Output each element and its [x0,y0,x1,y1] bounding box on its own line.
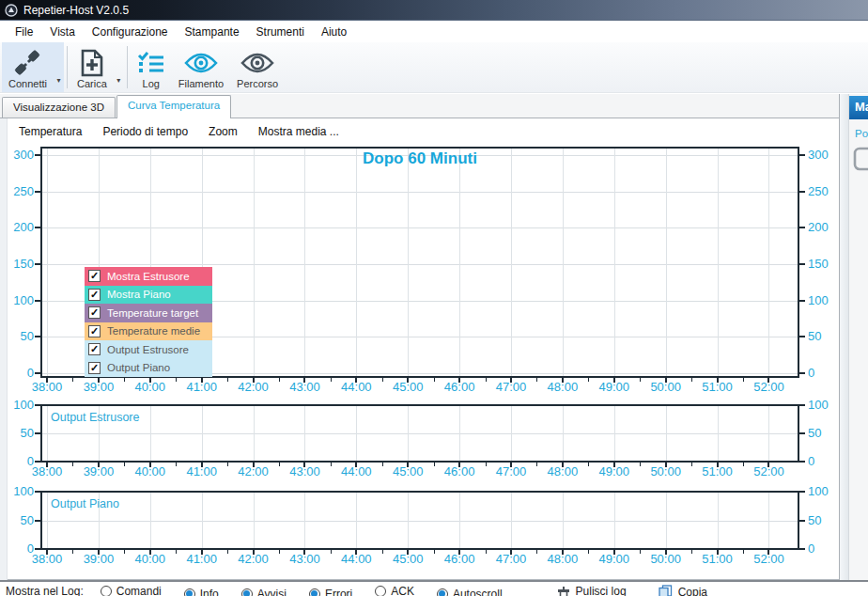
x-tick-label: 52:00 [746,380,791,394]
menu-file[interactable]: File [7,23,41,41]
x-tick-label: 51:00 [695,552,740,566]
axis-tick [799,336,805,337]
axis-minor-tick [743,378,744,382]
axis-tick [799,154,805,156]
log-toggle-button[interactable]: Log [131,42,172,92]
menu-configurazione[interactable]: Configurazione [84,23,177,41]
menu-aiuto[interactable]: Aiuto [313,23,355,41]
panel-splitter[interactable] [839,94,848,580]
axis-minor-tick [588,550,589,554]
show-filament-button[interactable]: Filamento [172,42,230,92]
plot-area[interactable] [40,404,799,463]
load-dropdown-arrow-icon[interactable]: ▾ [114,42,124,92]
radio-circle-icon[interactable] [184,588,195,596]
x-tick-label: 46:00 [437,380,482,394]
axis-minor-tick [486,378,487,382]
log-radio-errori[interactable]: Errori [309,588,352,596]
log-radio-ack[interactable]: ACK [375,585,414,596]
legend-row[interactable]: ✓Output Estrusore [85,340,212,359]
legend-checkbox[interactable]: ✓ [88,325,101,337]
axis-tick [303,550,305,555]
radio-circle-icon[interactable] [375,586,386,596]
axis-tick [303,463,305,467]
connect-dropdown-arrow-icon[interactable]: ▾ [54,42,64,92]
load-button[interactable]: Carica [70,42,114,92]
legend-row[interactable]: ✓Output Piano [85,359,212,378]
legend-checkbox[interactable]: ✓ [88,306,101,319]
y-tick-label: 250 [808,184,842,198]
panel-icon[interactable] [853,145,868,175]
axis-tick [46,463,48,467]
y-tick-label: 0 [808,366,842,380]
x-tick-label: 42:00 [231,552,276,566]
axis-minor-tick [176,378,177,382]
window-title: Repetier-Host V2.0.5 [23,4,129,17]
y-tick-label: 0 [808,541,842,556]
menu-strumenti[interactable]: Strumenti [248,23,313,41]
radio-circle-icon[interactable] [309,588,320,596]
x-tick-label: 47:00 [488,552,534,566]
legend-checkbox[interactable]: ✓ [88,270,101,282]
axis-tick [201,550,203,555]
radio-circle-icon[interactable] [101,586,112,596]
log-radio-comandi[interactable]: Comandi [101,585,162,596]
axis-tick [458,550,460,555]
radio-circle-icon[interactable] [241,588,253,596]
y-tick-label: 0 [808,454,842,468]
axis-tick [799,404,805,406]
axis-tick [407,378,409,383]
tab-strip: Visualizzazione 3D Curva Temperatura [0,94,839,118]
chart-menu-mostra-media[interactable]: Mostra media ... [248,123,349,140]
log-radio-info[interactable]: Info [184,588,219,596]
legend-checkbox[interactable]: ✓ [88,343,101,355]
legend-row[interactable]: ✓Temperature medie [85,322,212,341]
menu-stampante[interactable]: Stampante [177,23,248,41]
axis-tick [799,520,805,522]
axis-minor-tick [588,378,589,382]
chart-menu-temperatura[interactable]: Temperatura [8,123,92,140]
y-tick-label: 150 [808,257,842,271]
legend-row[interactable]: ✓Temperature target [85,304,212,322]
plot-area[interactable] [40,491,799,550]
chart-menu-zoom[interactable]: Zoom [198,123,248,140]
legend-row[interactable]: ✓Mostra Estrusore [85,267,212,286]
log-radio-avvisi[interactable]: Avvisi [241,588,287,596]
axis-minor-tick [124,378,125,382]
log-radio-autoscroll[interactable]: Autoscroll [437,588,503,596]
axis-tick [510,378,512,383]
axis-minor-tick [640,378,641,382]
x-tick-label: 41:00 [179,464,225,478]
show-travel-button[interactable]: Percorso [230,42,285,92]
y-tick-label: 50 [808,513,842,527]
tab-temperature-curve[interactable]: Curva Temperatura [116,95,231,118]
x-tick-label: 38:00 [24,464,70,478]
radio-circle-icon[interactable] [437,588,448,596]
axis-tick [46,550,48,555]
copy-button[interactable]: Copia [659,585,707,596]
axis-tick [98,378,100,383]
axis-minor-tick [588,463,589,466]
chart-menu-periodo-di-tempo[interactable]: Periodo di tempo [92,123,198,140]
path-eye-icon [240,48,274,78]
axis-tick [767,550,769,555]
chart-menu-bar: TemperaturaPeriodo di tempoZoomMostra me… [8,121,349,142]
legend-label: Output Estrusore [107,344,189,355]
axis-minor-tick [279,463,280,466]
clear-log-button[interactable]: Pulisci log [557,585,627,596]
x-tick-label: 41:00 [179,552,225,566]
x-tick-label: 46:00 [437,552,482,566]
axis-tick [46,378,48,383]
menu-vista[interactable]: Vista [41,23,83,41]
x-tick-label: 41:00 [179,380,225,394]
axis-minor-tick [279,550,280,554]
legend-row[interactable]: ✓Mostra Piano [85,286,212,305]
y-tick-label: 300 [808,148,842,162]
legend-checkbox[interactable]: ✓ [88,362,101,374]
connect-button[interactable]: Connetti [2,42,54,92]
tab-3d-view[interactable]: Visualizzazione 3D [2,97,116,118]
x-tick-label: 46:00 [437,464,482,478]
axis-tick [613,550,615,555]
legend-checkbox[interactable]: ✓ [88,289,101,301]
axis-minor-tick [434,550,435,554]
x-tick-label: 49:00 [592,380,637,394]
